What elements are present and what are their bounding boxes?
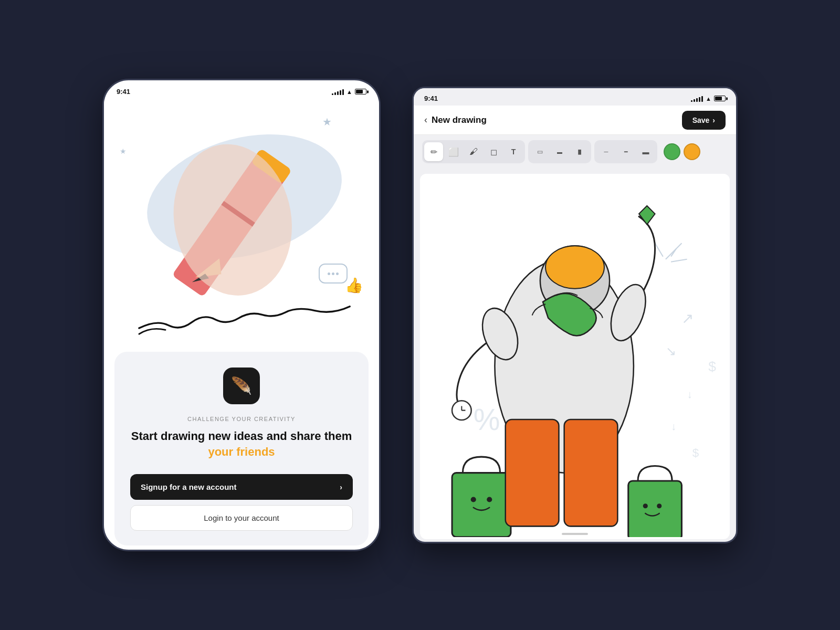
stroke-thick[interactable]: █ [570,142,589,161]
drawing-title: New drawing [432,115,487,125]
svg-text:%: % [474,403,500,436]
line-thin[interactable]: ─ [596,142,615,161]
brush-tool[interactable]: 🖌 [464,142,483,161]
save-button[interactable]: Save › [682,111,726,130]
status-bar-right: 9:41 ▲ [414,88,736,106]
svg-text:↗: ↗ [681,310,694,327]
tagline-highlight: your friends [208,445,275,458]
tagline-main: Start drawing new ideas and share them y… [130,428,353,459]
svg-marker-34 [639,206,655,225]
svg-point-19 [471,497,476,502]
wifi-icon: ▲ [346,89,352,95]
svg-text:$: $ [708,359,716,374]
svg-point-20 [487,497,492,502]
left-device: 9:41 ▲ ★ ★ 👍 [102,79,381,551]
login-label: Login to your account [204,513,279,522]
save-label: Save [692,116,710,124]
text-tool[interactable]: T [504,142,523,161]
color-green[interactable] [664,143,680,160]
canvas-illustration-svg: ↗ ↘ ↓ ↓ $ $ % [420,174,730,537]
svg-rect-28 [564,419,618,526]
svg-point-22 [643,503,648,508]
time-left: 9:41 [117,88,130,96]
header-left: ‹ New drawing [424,114,487,125]
tagline-text: Start drawing new ideas and share them [131,429,352,443]
right-device: 9:41 ▲ ‹ New drawing Save › [412,87,738,543]
time-right: 9:41 [424,94,438,102]
svg-point-23 [657,503,662,508]
status-icons-left: ▲ [332,89,366,95]
color-orange[interactable] [684,143,700,160]
eraser-tool[interactable]: ◻ [484,142,503,161]
signal-icon-right [691,96,703,102]
line-thick[interactable]: ▬ [636,142,655,161]
signup-button[interactable]: Signup for a new account › [130,474,353,500]
svg-line-15 [655,243,663,256]
back-button[interactable]: ‹ [424,114,427,125]
signup-label: Signup for a new account [141,482,237,491]
line-medium[interactable]: ━ [616,142,635,161]
left-illustration-area: ★ ★ 👍 [104,100,379,352]
svg-line-16 [671,259,687,262]
stroke-thin[interactable]: ▭ [530,142,549,161]
signal-icon [332,89,344,95]
svg-text:$: $ [692,446,699,459]
save-chevron-icon: › [712,116,715,124]
drawing-toolbar: ✏ ⬜ 🖌 ◻ T ▭ ▬ █ ─ ━ ▬ [414,135,736,169]
app-icon: 🪶 [223,368,260,404]
status-icons-right: ▲ [691,96,726,102]
image-tool[interactable]: ⬜ [444,142,463,161]
svg-text:↓: ↓ [671,421,676,432]
svg-rect-27 [506,419,559,526]
status-bar-left: 9:41 ▲ [104,80,379,100]
pencil-tool[interactable]: ✏ [424,142,443,161]
line-group: ─ ━ ▬ [594,140,657,163]
color-group [664,143,700,160]
feather-icon: 🪶 [231,376,252,396]
scroll-indicator [562,533,588,535]
tagline-small: CHALLENGE YOUR CREATIVITY [187,416,296,422]
svg-rect-21 [628,481,682,537]
battery-icon-right [714,96,726,101]
canvas-area[interactable]: ↗ ↘ ↓ ↓ $ $ % [420,174,730,539]
tools-group: ✏ ⬜ 🖌 ◻ T [422,140,525,163]
svg-text:↘: ↘ [666,344,676,358]
login-button[interactable]: Login to your account [130,505,353,531]
svg-line-14 [666,243,682,259]
bottom-card: 🪶 CHALLENGE YOUR CREATIVITY Start drawin… [114,352,369,545]
wifi-icon-right: ▲ [706,96,711,102]
battery-icon [355,89,366,94]
stroke-group: ▭ ▬ █ [528,140,591,163]
pencil-illustration [104,100,379,352]
svg-point-26 [545,246,604,288]
drawing-header: ‹ New drawing Save › [414,106,736,135]
svg-rect-18 [452,473,511,537]
svg-text:↓: ↓ [687,388,692,400]
signup-chevron-icon: › [340,483,342,491]
stroke-medium[interactable]: ▬ [550,142,569,161]
